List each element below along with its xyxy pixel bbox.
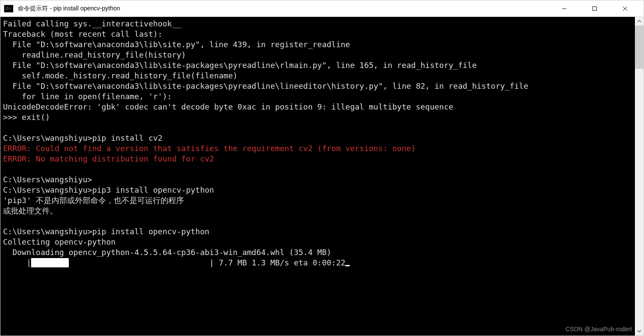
maximize-button[interactable]: [580, 1, 610, 16]
close-icon: [622, 6, 628, 11]
output-line: UnicodeDecodeError: 'gbk' codec can't de…: [3, 102, 453, 111]
scroll-down-arrow[interactable]: [635, 327, 644, 336]
output-line: for line in open(filename, 'r'):: [3, 92, 172, 101]
vertical-scrollbar[interactable]: [635, 17, 644, 336]
output-line: C:\Users\wangshiyu>pip install opencv-py…: [3, 227, 209, 236]
chevron-up-icon: [637, 19, 641, 23]
close-button[interactable]: [610, 1, 640, 16]
error-line: ERROR: Could not find a version that sat…: [3, 144, 416, 153]
maximize-icon: [592, 6, 597, 11]
progress-fill: ████████: [31, 258, 69, 267]
output-line: File "D:\software\anaconda3\lib\site.py"…: [3, 40, 350, 49]
progress-empty: [69, 258, 209, 267]
output-line: Downloading opencv_python-4.5.5.64-cp36-…: [3, 248, 332, 257]
svg-rect-1: [593, 6, 597, 10]
scroll-up-arrow[interactable]: [635, 17, 644, 26]
output-line: C:\Users\wangshiyu>pip install cv2: [3, 133, 162, 142]
output-line: Failed calling sys.__interactivehook__: [3, 19, 181, 28]
output-line: 或批处理文件。: [3, 206, 58, 215]
output-line: C:\Users\wangshiyu>: [3, 175, 92, 184]
progress-stats: | 7.7 MB 1.3 MB/s eta 0:00:22: [209, 258, 345, 267]
window-controls: [549, 1, 640, 16]
cmd-window: C:\. 命令提示符 - pip install opencv-python F…: [0, 0, 644, 336]
output-line: Traceback (most recent call last):: [3, 29, 162, 39]
title-bar[interactable]: C:\. 命令提示符 - pip install opencv-python: [0, 0, 644, 17]
output-line: self.mode._history.read_history_file(fil…: [3, 71, 238, 80]
output-line: C:\Users\wangshiyu>pip3 install opencv-p…: [3, 185, 214, 194]
terminal-area: Failed calling sys.__interactivehook__ T…: [0, 17, 644, 336]
output-line: Collecting opencv-python: [3, 237, 116, 246]
output-line: 'pip3' 不是内部或外部命令，也不是可运行的程序: [3, 196, 184, 205]
window-title: 命令提示符 - pip install opencv-python: [18, 5, 549, 13]
output-line: readline.read_history_file(history): [3, 50, 186, 59]
cmd-icon: C:\.: [4, 5, 13, 13]
scroll-thumb[interactable]: [635, 26, 644, 69]
minimize-icon: [562, 6, 567, 11]
progress-prefix: |: [3, 258, 31, 267]
minimize-button[interactable]: [549, 1, 580, 16]
progress-line: |████████ | 7.7 MB 1.3 MB/s eta 0:00:22: [3, 258, 350, 267]
chevron-down-icon: [637, 329, 641, 333]
output-line: >>> exit(): [3, 113, 50, 122]
terminal-output[interactable]: Failed calling sys.__interactivehook__ T…: [0, 17, 635, 336]
error-line: ERROR: No matching distribution found fo…: [3, 154, 214, 163]
watermark-text: CSDN @JavaPub-rodert: [566, 326, 632, 333]
cursor: [345, 265, 350, 266]
output-line: File "D:\software\anaconda3\lib\site-pac…: [3, 81, 528, 90]
output-line: File "D:\software\anaconda3\lib\site-pac…: [3, 61, 477, 70]
